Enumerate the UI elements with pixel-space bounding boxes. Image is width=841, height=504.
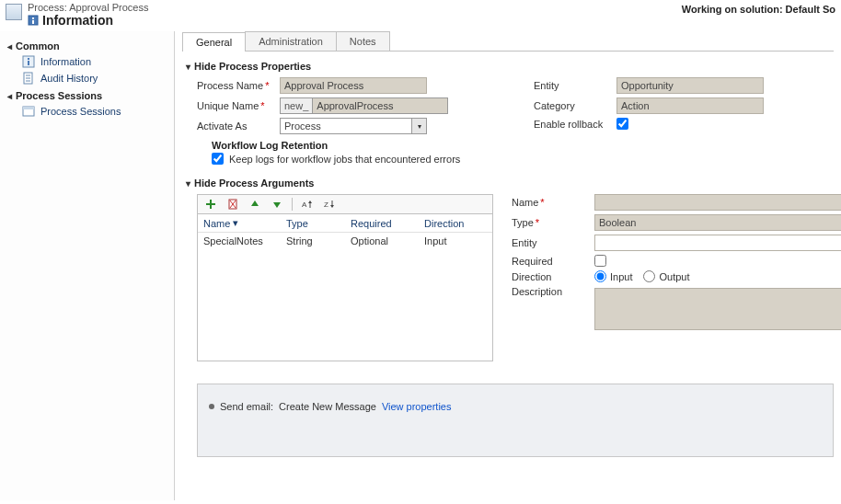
sidebar-item-label: Audit History bbox=[40, 73, 98, 84]
svg-marker-17 bbox=[251, 200, 259, 206]
activate-as-select[interactable]: Process ▾ bbox=[280, 118, 427, 134]
grid-header: Name▾ Type Required Direction bbox=[198, 214, 492, 233]
arg-name-field[interactable] bbox=[594, 194, 841, 211]
arguments-area: A Z Name▾ Type Required Direction Specia… bbox=[182, 194, 834, 361]
view-properties-link[interactable]: View properties bbox=[382, 401, 452, 412]
svg-marker-20 bbox=[308, 200, 312, 203]
properties-right-col: Entity Category Enable rollback bbox=[534, 77, 834, 172]
move-up-button[interactable] bbox=[248, 197, 262, 212]
info-icon bbox=[22, 55, 35, 68]
svg-text:Z: Z bbox=[324, 200, 328, 209]
arg-direction-label: Direction bbox=[512, 271, 594, 282]
cell-direction: Input bbox=[419, 233, 492, 249]
step-row[interactable]: Send email: Create New Message View prop… bbox=[209, 401, 822, 412]
arg-type-label: Type* bbox=[512, 217, 594, 228]
svg-rect-13 bbox=[206, 203, 215, 205]
direction-input-option[interactable]: Input bbox=[594, 270, 632, 282]
tab-notes[interactable]: Notes bbox=[336, 31, 390, 51]
unique-name-input[interactable] bbox=[312, 97, 448, 114]
unique-name-prefix: new_ bbox=[280, 97, 312, 114]
direction-output-radio[interactable] bbox=[643, 270, 655, 282]
sidebar-item-label: Information bbox=[40, 56, 91, 67]
move-down-button[interactable] bbox=[270, 197, 284, 212]
svg-marker-18 bbox=[273, 202, 281, 208]
header-text: Process: Approval Process Information bbox=[28, 2, 148, 28]
workflow-log-retention-label: Workflow Log Retention bbox=[212, 140, 497, 151]
chevron-down-icon: ▾ bbox=[411, 119, 426, 133]
arguments-toolbar: A Z bbox=[197, 194, 493, 214]
process-type-label: Process: Approval Process bbox=[28, 2, 148, 13]
arg-type-select[interactable]: Boolean ▾ bbox=[594, 214, 841, 231]
arg-entity-label: Entity bbox=[512, 237, 594, 248]
section-process-properties[interactable]: Hide Process Properties bbox=[186, 61, 834, 72]
unique-name-field[interactable]: new_ bbox=[280, 97, 427, 114]
svg-rect-11 bbox=[23, 107, 34, 109]
add-argument-button[interactable] bbox=[203, 197, 218, 212]
arg-required-checkbox[interactable] bbox=[594, 255, 606, 267]
delete-argument-button[interactable] bbox=[225, 197, 240, 212]
header-left: Process: Approval Process Information bbox=[6, 2, 148, 28]
arg-description-label: Description bbox=[512, 286, 594, 297]
enable-rollback-checkbox[interactable] bbox=[616, 118, 628, 130]
sort-indicator-icon: ▾ bbox=[233, 217, 238, 229]
table-row[interactable]: SpecialNotes String Optional Input bbox=[198, 233, 492, 249]
category-label: Category bbox=[534, 100, 616, 111]
svg-rect-5 bbox=[28, 61, 29, 65]
keep-logs-checkbox[interactable] bbox=[212, 153, 224, 165]
window-header: Process: Approval Process Information Wo… bbox=[0, 0, 841, 31]
sidebar-item-information[interactable]: Information bbox=[0, 53, 174, 70]
tab-general[interactable]: General bbox=[182, 32, 246, 52]
entity-label: Entity bbox=[534, 80, 616, 91]
nav-group-sessions[interactable]: Process Sessions bbox=[0, 86, 174, 103]
tab-administration[interactable]: Administration bbox=[245, 31, 337, 51]
col-required[interactable]: Required bbox=[345, 214, 419, 232]
main: General Administration Notes Hide Proces… bbox=[175, 31, 841, 500]
solution-indicator: Working on solution: Default So bbox=[682, 2, 835, 15]
cell-required: Optional bbox=[345, 233, 419, 249]
section-process-arguments-label: Hide Process Arguments bbox=[194, 178, 314, 189]
col-type[interactable]: Type bbox=[281, 214, 345, 232]
sort-desc-button[interactable]: Z bbox=[322, 197, 337, 212]
activate-as-value: Process bbox=[281, 120, 411, 132]
arg-description-field[interactable] bbox=[594, 288, 841, 330]
page-title-text: Information bbox=[42, 13, 113, 28]
section-process-arguments[interactable]: Hide Process Arguments bbox=[186, 178, 834, 189]
info-glyph-icon bbox=[28, 15, 39, 26]
cell-type: String bbox=[281, 233, 345, 249]
category-field bbox=[616, 97, 764, 114]
step-bullet-icon bbox=[209, 404, 214, 409]
activate-as-label: Activate As bbox=[197, 120, 280, 132]
argument-detail-panel: Name* Type* Boolean ▾ Entity ▾ bbox=[512, 194, 841, 361]
section-process-properties-label: Hide Process Properties bbox=[194, 61, 311, 72]
cell-name: SpecialNotes bbox=[198, 233, 281, 249]
arguments-grid[interactable]: Name▾ Type Required Direction SpecialNot… bbox=[197, 214, 493, 361]
nav-group-common[interactable]: Common bbox=[0, 37, 174, 53]
process-icon bbox=[6, 4, 22, 20]
svg-rect-1 bbox=[32, 17, 34, 19]
sessions-icon bbox=[22, 105, 35, 118]
col-direction[interactable]: Direction bbox=[419, 214, 492, 232]
col-name[interactable]: Name▾ bbox=[198, 214, 281, 232]
sort-asc-button[interactable]: A bbox=[300, 197, 315, 212]
arg-name-label: Name* bbox=[512, 197, 594, 208]
sidebar-item-audit-history[interactable]: Audit History bbox=[0, 70, 174, 86]
arg-entity-select[interactable]: ▾ bbox=[594, 235, 841, 251]
process-name-field[interactable] bbox=[280, 77, 427, 94]
audit-icon bbox=[22, 72, 35, 85]
direction-input-radio[interactable] bbox=[594, 270, 606, 282]
unique-name-label: Unique Name* bbox=[197, 100, 280, 111]
body: Common Information Audit History Process… bbox=[0, 31, 841, 500]
entity-field bbox=[616, 77, 764, 94]
arg-required-label: Required bbox=[512, 256, 594, 267]
svg-rect-21 bbox=[310, 203, 311, 208]
step-label: Send email: bbox=[220, 401, 273, 412]
keep-logs-label: Keep logs for workflow jobs that encount… bbox=[229, 154, 460, 165]
enable-rollback-label: Enable rollback bbox=[534, 119, 616, 130]
direction-output-option[interactable]: Output bbox=[643, 270, 689, 282]
properties-form: Process Name* Unique Name* new_ Activate… bbox=[182, 77, 834, 172]
svg-rect-23 bbox=[332, 200, 333, 205]
sidebar: Common Information Audit History Process… bbox=[0, 31, 175, 500]
arg-type-value: Boolean bbox=[595, 217, 841, 228]
sidebar-item-process-sessions[interactable]: Process Sessions bbox=[0, 103, 174, 120]
process-name-label: Process Name* bbox=[197, 80, 280, 91]
